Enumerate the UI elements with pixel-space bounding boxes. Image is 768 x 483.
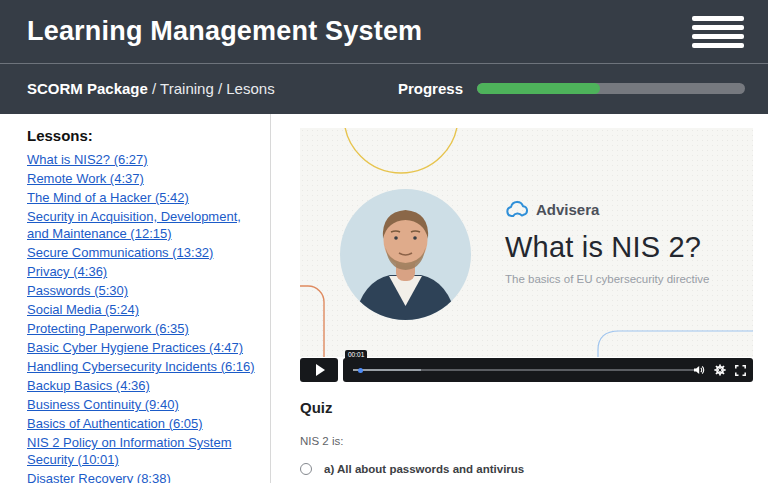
video-title: What is NIS 2? (505, 231, 750, 264)
hamburger-bar (692, 16, 744, 21)
breadcrumb-path: / Training / Lesons (148, 80, 275, 97)
hamburger-bar (692, 43, 744, 48)
seek-bar[interactable] (353, 369, 695, 371)
buffered-bar (353, 369, 421, 371)
lesson-link[interactable]: Social Media (5:24) (27, 301, 256, 318)
brand-name: Advisera (536, 201, 599, 218)
page-title: Learning Management System (27, 16, 422, 47)
lessons-heading: Lessons: (27, 127, 256, 144)
presenter-photo (340, 189, 471, 320)
control-icons (693, 358, 746, 382)
video-controls: 00:01 (300, 358, 753, 382)
lesson-link[interactable]: Secure Communications (13:32) (27, 244, 256, 261)
quiz-question: NIS 2 is: (300, 435, 753, 447)
progress-label: Progress (398, 80, 463, 97)
play-icon (316, 364, 325, 376)
quiz-option[interactable]: a) All about passwords and antivirus (300, 463, 753, 475)
lesson-link[interactable]: Basic Cyber Hygiene Practices (4:47) (27, 339, 256, 356)
radio-button[interactable] (300, 463, 312, 475)
lesson-link[interactable]: What is NIS2? (6:27) (27, 151, 256, 168)
breadcrumb: SCORM Package / Training / Lesons (27, 80, 275, 97)
brand-logo: Advisera (505, 201, 750, 218)
gear-icon[interactable] (714, 364, 726, 376)
quiz-option-label: a) All about passwords and antivirus (324, 463, 524, 475)
hamburger-menu-icon[interactable] (692, 10, 744, 54)
quiz-section: Quiz NIS 2 is: a) All about passwords an… (300, 399, 753, 483)
lessons-list: What is NIS2? (6:27)Remote Work (4:37)Th… (27, 151, 256, 483)
control-bar: 00:01 (343, 358, 753, 382)
lesson-link[interactable]: Remote Work (4:37) (27, 170, 256, 187)
lesson-link[interactable]: Business Continuity (9:40) (27, 396, 256, 413)
topbar: Learning Management System SCORM Package… (0, 0, 768, 114)
header: Learning Management System (0, 0, 768, 64)
progress-bar (477, 83, 745, 94)
hamburger-bar (692, 34, 744, 39)
main-panel: Advisera What is NIS 2? The basics of EU… (271, 114, 768, 483)
lesson-link[interactable]: The Mind of a Hacker (5:42) (27, 189, 256, 206)
page: Learning Management System SCORM Package… (0, 0, 768, 483)
cloud-icon (505, 201, 529, 218)
play-button[interactable] (300, 358, 338, 382)
breadcrumb-package[interactable]: SCORM Package (27, 80, 148, 97)
progress-group: Progress (398, 80, 745, 97)
current-time: 00:01 (345, 350, 367, 360)
hamburger-bar (692, 25, 744, 30)
progress-fill (477, 83, 600, 94)
lesson-link[interactable]: Disaster Recovery (8:38) (27, 470, 256, 483)
lesson-link[interactable]: Privacy (4:36) (27, 263, 256, 280)
lesson-link[interactable]: Security in Acquisition, Development, an… (27, 208, 256, 242)
lesson-link[interactable]: Backup Basics (4:36) (27, 377, 256, 394)
lessons-sidebar: Lessons: What is NIS2? (6:27)Remote Work… (0, 114, 271, 483)
lesson-link[interactable]: Protecting Paperwork (6:35) (27, 320, 256, 337)
quiz-options: a) All about passwords and antivirusb) A… (300, 463, 753, 483)
breadcrumb-bar: SCORM Package / Training / Lesons Progre… (0, 64, 768, 113)
content: Lessons: What is NIS2? (6:27)Remote Work… (0, 114, 768, 483)
fullscreen-icon[interactable] (735, 365, 746, 376)
video-subtitle: The basics of EU cybersecurity directive (505, 273, 750, 285)
lesson-link[interactable]: NIS 2 Policy on Information System Secur… (27, 434, 256, 468)
video-slide[interactable]: Advisera What is NIS 2? The basics of EU… (300, 128, 753, 357)
slide-text-block: Advisera What is NIS 2? The basics of EU… (505, 201, 750, 285)
playhead[interactable] (358, 368, 363, 373)
video-player: Advisera What is NIS 2? The basics of EU… (300, 128, 753, 382)
volume-icon[interactable] (693, 364, 705, 376)
lesson-link[interactable]: Basics of Authentication (6:05) (27, 415, 256, 432)
lesson-link[interactable]: Passwords (5:30) (27, 282, 256, 299)
lesson-link[interactable]: Handling Cybersecurity Incidents (6:16) (27, 358, 256, 375)
quiz-heading: Quiz (300, 399, 753, 416)
